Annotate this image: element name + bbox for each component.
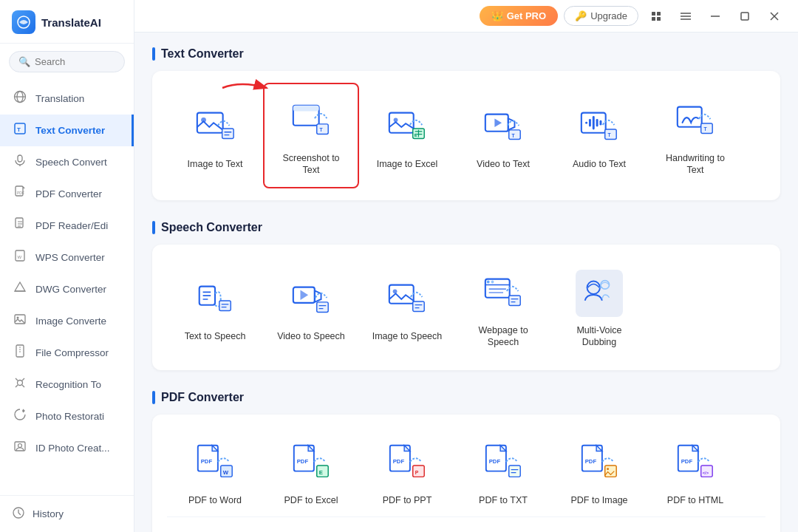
- app-name: TranslateAI: [41, 16, 101, 29]
- video-to-text-icon-wrap: T: [480, 103, 527, 151]
- minimize-button[interactable]: [703, 4, 727, 28]
- card-pdf-to-word[interactable]: PDF W PDF to Word: [167, 426, 263, 516]
- sidebar-label-wps-converter: WPS Converter: [35, 252, 105, 263]
- pdf-converter-title: PDF Converter: [152, 391, 780, 404]
- svg-point-24: [18, 381, 23, 386]
- sidebar-nav: Translation T Text Converter Speech Conv…: [0, 80, 134, 495]
- card-pdf-to-ppt[interactable]: PDF P PDF to PPT: [359, 426, 455, 516]
- svg-rect-31: [657, 17, 661, 21]
- sidebar-item-wps-converter[interactable]: W WPS Converter: [0, 242, 134, 273]
- pdf-converter-row2: PDF W PDF: [167, 516, 765, 532]
- content-area: Text Converter: [134, 33, 798, 532]
- sidebar-item-translation[interactable]: Translation: [0, 83, 134, 115]
- svg-point-19: [17, 317, 19, 319]
- crown-icon: 👑: [491, 10, 503, 21]
- card-text-to-speech[interactable]: Text to Speech: [167, 256, 263, 359]
- main-content: 👑 Get PRO 🔑 Upgrade Text Converter: [134, 0, 798, 532]
- key-icon: 🔑: [575, 10, 587, 21]
- card-pdf-to-html[interactable]: PDF </> PDF to HTML: [647, 426, 743, 516]
- sidebar-item-file-compressor[interactable]: File Compressor: [0, 337, 134, 369]
- webpage-to-speech-icon-wrap: [480, 270, 527, 317]
- svg-rect-94: [509, 295, 520, 305]
- sidebar-item-history[interactable]: History: [0, 496, 134, 532]
- svg-rect-75: [219, 301, 231, 311]
- svg-text:PDF: PDF: [393, 458, 405, 465]
- recognition-icon: [12, 376, 28, 393]
- sidebar-label-photo-restore: Photo Restorati: [35, 411, 104, 422]
- svg-rect-20: [16, 345, 24, 357]
- card-video-to-speech[interactable]: Video to Speech: [263, 256, 359, 359]
- close-button[interactable]: [763, 4, 786, 28]
- file-compressor-icon: [12, 344, 28, 361]
- card-pdf-row2-3[interactable]: PDF: [359, 517, 455, 532]
- svg-marker-79: [301, 290, 309, 300]
- sidebar-item-pdf-converter[interactable]: PDF PDF Converter: [0, 178, 134, 210]
- card-image-to-excel[interactable]: E Image to Excel: [359, 83, 455, 188]
- svg-text:PDF: PDF: [585, 458, 597, 465]
- pdf-reader-icon: [12, 217, 28, 234]
- card-multi-voice[interactable]: Multi-Voice Dubbing: [551, 256, 647, 359]
- image-to-text-icon-wrap: [191, 103, 239, 151]
- card-pdf-row2-5[interactable]: PDF: [551, 517, 647, 532]
- svg-rect-36: [741, 13, 748, 20]
- pdf-to-word-label: PDF to Word: [188, 494, 242, 506]
- card-webpage-to-speech[interactable]: Webpage to Speech: [455, 256, 551, 359]
- card-image-to-text[interactable]: Image to Text: [167, 83, 263, 188]
- upgrade-button[interactable]: 🔑 Upgrade: [564, 6, 638, 26]
- sidebar-item-pdf-reader[interactable]: PDF Reader/Edi: [0, 210, 134, 242]
- card-pdf-to-image[interactable]: PDF PDF to Image: [551, 426, 647, 516]
- card-pdf-row2-4[interactable]: PDF: [455, 517, 551, 532]
- svg-text:PDF: PDF: [297, 458, 309, 465]
- card-video-to-text[interactable]: T Video to Text: [455, 83, 551, 188]
- audio-to-text-label: Audio to Text: [573, 158, 626, 170]
- text-converter-icon: T: [12, 122, 28, 139]
- handwriting-to-text-icon-wrap: T: [672, 98, 719, 145]
- svg-point-84: [393, 289, 398, 293]
- search-input[interactable]: [35, 56, 115, 67]
- pdf-to-html-label: PDF to HTML: [667, 494, 723, 506]
- card-pdf-to-txt[interactable]: PDF PDF to TXT: [455, 426, 551, 516]
- svg-rect-68: [678, 107, 702, 127]
- pdf-converter-grid: PDF W PDF to Word: [167, 426, 765, 516]
- sidebar-item-text-converter[interactable]: T Text Converter: [0, 115, 134, 146]
- card-pdf-to-excel[interactable]: PDF E PDF to Excel: [263, 426, 359, 516]
- svg-rect-29: [657, 12, 661, 16]
- video-to-speech-label: Video to Speech: [277, 330, 345, 342]
- maximize-button[interactable]: [733, 4, 757, 28]
- speech-converter-grid: Text to Speech: [167, 256, 765, 359]
- card-pdf-row2-1[interactable]: PDF W: [167, 517, 263, 532]
- sidebar-item-recognition[interactable]: Recognition To: [0, 369, 134, 400]
- id-photo-icon: [12, 440, 28, 457]
- card-handwriting-to-text[interactable]: T Handwriting to Text: [647, 83, 743, 188]
- sidebar-item-photo-restore[interactable]: Photo Restorati: [0, 400, 134, 432]
- pdf-converter-cards: PDF W PDF to Word: [152, 415, 780, 532]
- photo-restore-icon: [12, 408, 28, 425]
- grid-view-button[interactable]: [644, 4, 668, 28]
- card-pdf-row2-2[interactable]: PDF E: [263, 517, 359, 532]
- card-screenshot-to-text[interactable]: T Screenshot to Text: [263, 83, 359, 188]
- image-to-speech-icon-wrap: [383, 276, 431, 323]
- sidebar-item-dwg-converter[interactable]: DWG Converter: [0, 273, 134, 305]
- history-icon: [12, 506, 25, 522]
- app-logo: TranslateAI: [0, 0, 134, 44]
- sidebar-footer: History: [0, 495, 134, 532]
- sidebar-item-image-converter[interactable]: Image Converte: [0, 305, 134, 337]
- pdf-converter-icon: PDF: [12, 185, 28, 202]
- video-to-text-label: Video to Text: [477, 158, 530, 170]
- sidebar-item-id-photo[interactable]: ID Photo Creat...: [0, 432, 134, 464]
- card-image-to-speech[interactable]: Image to Speech: [359, 256, 455, 359]
- get-pro-button[interactable]: 👑 Get PRO: [480, 6, 558, 26]
- sidebar-label-image-converter: Image Converte: [35, 316, 106, 327]
- svg-text:E: E: [319, 469, 323, 476]
- svg-text:PDF: PDF: [681, 458, 693, 465]
- menu-button[interactable]: [674, 4, 698, 28]
- card-audio-to-text[interactable]: T Audio to Text: [551, 83, 647, 188]
- sidebar-label-recognition: Recognition To: [35, 379, 101, 390]
- sidebar-item-speech-convert[interactable]: Speech Convert: [0, 146, 134, 178]
- pdf-to-excel-icon-wrap: PDF E: [287, 440, 335, 487]
- text-converter-section: Text Converter: [152, 47, 780, 200]
- history-label: History: [33, 508, 64, 519]
- translation-icon: [12, 90, 28, 107]
- pdf-to-ppt-icon-wrap: PDF P: [383, 440, 431, 487]
- multi-voice-icon-wrap: [576, 270, 623, 317]
